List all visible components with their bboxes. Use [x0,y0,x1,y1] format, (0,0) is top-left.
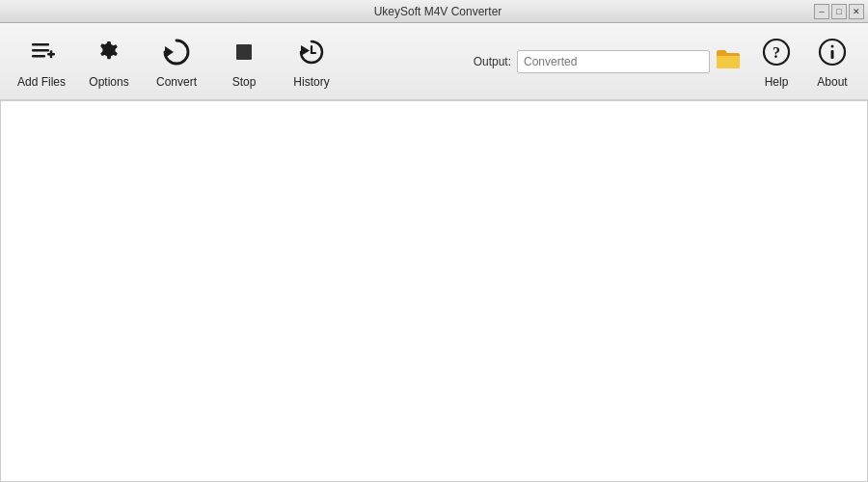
close-button[interactable]: ✕ [849,4,864,19]
svg-rect-6 [236,44,252,60]
add-files-button[interactable]: Add Files [8,27,75,96]
help-label: Help [765,75,789,89]
svg-rect-2 [32,55,45,58]
minimize-button[interactable]: – [814,4,829,19]
history-label: History [293,75,329,89]
browse-folder-button[interactable] [716,49,741,74]
history-button[interactable]: History [278,27,345,96]
output-area: Output: [474,49,741,74]
options-button[interactable]: Options [75,27,143,96]
info-icon [817,37,848,71]
svg-point-13 [831,44,834,47]
stop-icon [229,37,259,71]
toolbar: Add Files Options Convert Stop [0,23,868,100]
add-files-icon [26,37,57,71]
svg-rect-4 [50,50,53,58]
svg-rect-1 [32,49,49,52]
maximize-button[interactable]: □ [831,4,847,19]
gear-icon [94,37,124,71]
output-label: Output: [474,55,511,68]
convert-label: Convert [156,75,197,89]
title-bar: UkeySoft M4V Converter – □ ✕ [0,0,868,23]
main-content-area [0,100,868,482]
convert-button[interactable]: Convert [143,27,210,96]
add-files-label: Add Files [17,75,66,89]
svg-rect-0 [32,43,49,46]
output-input[interactable] [517,50,710,73]
svg-text:?: ? [773,44,780,61]
about-button[interactable]: About [804,27,860,96]
svg-marker-5 [165,46,174,58]
history-icon [296,37,327,71]
about-label: About [817,75,847,89]
stop-label: Stop [232,75,257,89]
options-label: Options [89,75,128,89]
window-title: UkeySoft M4V Converter [62,5,814,18]
help-icon: ? [761,37,792,71]
folder-icon [716,48,741,75]
svg-rect-14 [831,50,834,59]
convert-icon [161,37,192,71]
svg-marker-7 [301,45,310,56]
help-button[interactable]: ? Help [748,27,804,96]
window-controls[interactable]: – □ ✕ [814,4,864,19]
stop-button[interactable]: Stop [210,27,278,96]
